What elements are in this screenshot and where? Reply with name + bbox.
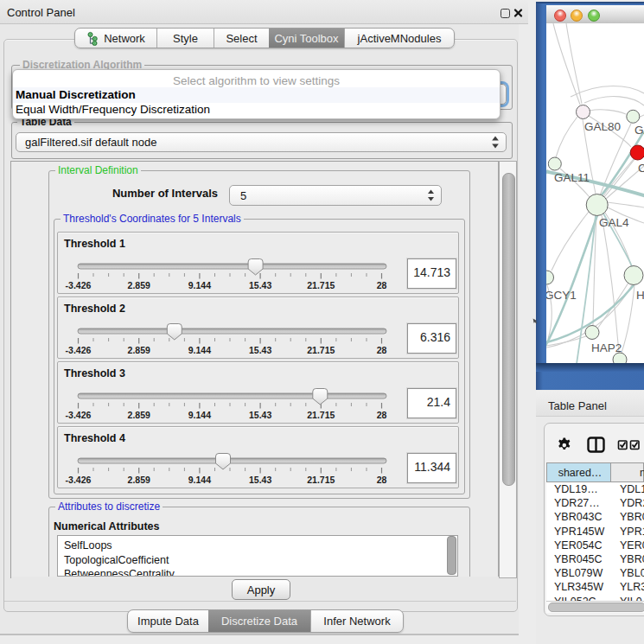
svg-text:GAL4: GAL4 xyxy=(599,216,629,229)
svg-text:-3.426: -3.426 xyxy=(66,280,92,290)
svg-text:28: 28 xyxy=(377,410,387,420)
svg-text:15.43: 15.43 xyxy=(249,475,271,485)
svg-text:-3.426: -3.426 xyxy=(66,410,92,420)
svg-text:15.43: 15.43 xyxy=(249,410,271,420)
svg-text:GAL11: GAL11 xyxy=(554,171,590,184)
svg-text:-3.426: -3.426 xyxy=(66,475,92,485)
svg-text:GAL80: GAL80 xyxy=(584,120,621,133)
svg-text:21.715: 21.715 xyxy=(307,475,335,485)
svg-text:21.715: 21.715 xyxy=(307,345,335,355)
svg-text:Threshold 4: Threshold 4 xyxy=(64,432,125,444)
svg-text:C: C xyxy=(638,162,644,175)
svg-text:15.43: 15.43 xyxy=(249,280,271,290)
svg-text:HI: HI xyxy=(636,289,644,302)
svg-text:Threshold 2: Threshold 2 xyxy=(64,303,125,315)
svg-text:2.859: 2.859 xyxy=(128,410,150,420)
svg-text:15.43: 15.43 xyxy=(249,345,271,355)
svg-text:GCY1: GCY1 xyxy=(546,289,577,302)
svg-text:Threshold 1: Threshold 1 xyxy=(64,238,125,250)
svg-text:9.144: 9.144 xyxy=(188,410,211,420)
svg-text:GA: GA xyxy=(634,124,644,137)
svg-text:9.144: 9.144 xyxy=(188,475,211,485)
svg-text:2.859: 2.859 xyxy=(128,345,150,355)
svg-text:HAP2: HAP2 xyxy=(591,341,622,354)
svg-text:9.144: 9.144 xyxy=(188,280,211,290)
svg-text:Threshold 3: Threshold 3 xyxy=(64,367,125,379)
svg-text:21.715: 21.715 xyxy=(307,280,335,290)
svg-text:2.859: 2.859 xyxy=(128,280,150,290)
svg-text:28: 28 xyxy=(377,345,387,355)
svg-text:28: 28 xyxy=(377,475,387,485)
svg-text:28: 28 xyxy=(377,280,387,290)
svg-text:-3.426: -3.426 xyxy=(66,345,92,355)
svg-text:9.144: 9.144 xyxy=(188,345,211,355)
svg-text:2.859: 2.859 xyxy=(128,475,150,485)
svg-text:21.715: 21.715 xyxy=(307,410,335,420)
